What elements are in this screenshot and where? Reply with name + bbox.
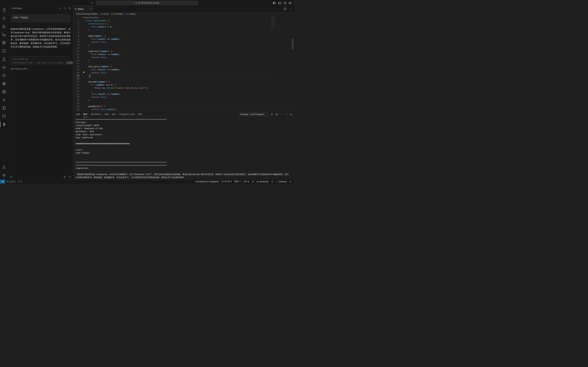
class-symbol-icon (112, 13, 113, 15)
code-line: throw new Error("Cannot divide by zero")… (86, 86, 294, 90)
output-line: ========================================… (76, 118, 291, 121)
language-mode[interactable]: {}JavaScript (256, 180, 269, 183)
customize-layout-icon[interactable] (289, 1, 292, 4)
remote-explorer-icon[interactable] (0, 47, 8, 55)
account-icon[interactable] (0, 163, 8, 171)
output-line (76, 145, 291, 148)
minimap[interactable]: class Calculator { constructor() { this.… (271, 17, 283, 39)
code-editor[interactable]: Explain | Docstring class Calculator { c… (73, 16, 294, 111)
continue-sidebar-icon[interactable] (0, 120, 8, 128)
source-control-icon[interactable] (0, 22, 8, 31)
docker-icon[interactable] (0, 63, 8, 71)
search-sidebar-icon[interactable] (0, 14, 8, 22)
user-message-text: 介绍一下你自己 (13, 16, 29, 19)
cursor-position[interactable]: 行 19, 列 4 (221, 180, 233, 183)
panel-tab[interactable]: 问题 (76, 111, 80, 117)
new-chat-plus-icon[interactable] (59, 7, 61, 10)
nav-back-icon[interactable] (91, 1, 94, 4)
sidebar-settings-gear-icon[interactable] (63, 175, 66, 178)
continue-status[interactable]: ✓Continue (275, 180, 288, 183)
line-number: 14 (73, 59, 79, 62)
tab-label: test.js (78, 8, 84, 10)
code-line: } (86, 28, 294, 32)
globe-icon[interactable] (0, 80, 8, 88)
breadcrumb-item[interactable]: JStest.js (101, 13, 109, 15)
toggle-secondary-sidebar-icon[interactable] (284, 1, 286, 4)
run-debug-icon[interactable] (0, 31, 8, 39)
model-selector[interactable]: Ollama DeepSeek-V2-16B (12, 62, 34, 64)
output-line: Settings: (76, 121, 291, 124)
panel-tab[interactable]: 调试控制台 (91, 111, 101, 117)
panel-tab[interactable]: 端口 (112, 111, 116, 117)
notifications-bell-icon[interactable] (288, 180, 293, 183)
breadcrumb-item[interactable]: manual-testing-sandbox (76, 13, 98, 15)
code-line: return this; (86, 96, 294, 99)
breadcrumb-item[interactable]: multiply (126, 13, 135, 15)
extensions-icon[interactable] (0, 39, 8, 47)
code-line: return this.result; (86, 108, 294, 111)
output-line: Completion: (76, 167, 291, 170)
panel-tab[interactable]: 终端 (104, 111, 109, 117)
status-green-dot (10, 176, 12, 178)
close-panel-icon[interactable] (290, 113, 292, 116)
maximize-panel-icon[interactable] (285, 113, 287, 116)
eol-status[interactable]: LF (251, 180, 255, 183)
package-settings-icon[interactable] (0, 88, 8, 96)
target-icon[interactable] (0, 71, 8, 80)
editor-tab-bar: JS test.js × (73, 6, 294, 12)
panel-tab[interactable]: PROMPT FLOW (120, 111, 135, 117)
history-icon[interactable] (68, 7, 71, 10)
testing-icon[interactable] (0, 55, 8, 63)
lightbulb-icon[interactable] (83, 71, 85, 74)
comments-icon[interactable] (0, 112, 8, 120)
output-channel-select[interactable]: Continue - LLM Prompt/Cc (239, 113, 268, 116)
output-content[interactable]: ========================================… (73, 117, 294, 179)
line-number: 16 (73, 65, 79, 68)
output-line: stop: User:,Assistant: (76, 133, 291, 136)
enter-button[interactable]: ⏎ Ente (66, 61, 73, 64)
problems-status[interactable]: 0 0 (5, 180, 16, 183)
toggle-primary-sidebar-icon[interactable] (273, 1, 276, 4)
azure-openai-status[interactable]: AzureOpenAI: Completion (194, 180, 220, 183)
code-line: } (86, 99, 294, 102)
panel-more-actions-icon[interactable] (280, 113, 283, 116)
indentation-status[interactable]: 空格: 2 (233, 180, 242, 183)
manage-gear-icon[interactable] (0, 171, 8, 179)
remote-indicator[interactable]: >< (0, 180, 5, 184)
split-editor-icon[interactable] (284, 8, 286, 10)
encoding-status[interactable]: UTF-8 (242, 180, 250, 183)
codelens-docstring[interactable]: Docstring (91, 17, 98, 18)
output-line: ========================================… (76, 161, 291, 164)
line-number: 19 (73, 74, 79, 77)
user-message-card[interactable]: 介绍一下你自己 (11, 14, 70, 22)
breadcrumb-item[interactable]: Calculator (112, 13, 123, 15)
clear-output-icon[interactable] (271, 113, 273, 116)
lock-scroll-icon[interactable] (276, 113, 278, 116)
output-line (76, 158, 291, 161)
notebook-icon[interactable] (0, 104, 8, 112)
toggle-panel-icon[interactable] (278, 1, 281, 4)
new-session-button[interactable]: New Session (⌘ L) (10, 68, 71, 70)
command-center-search[interactable]: [扩展开发宿主] vscode (96, 1, 198, 5)
ports-status[interactable]: 0 (17, 180, 23, 183)
feedback-icon[interactable] (270, 180, 274, 183)
tab-testjs[interactable]: JS test.js × (73, 6, 93, 12)
panel-tab[interactable]: 注释 (138, 111, 142, 117)
help-icon[interactable]: ? (68, 176, 71, 178)
editor-scrollbar[interactable] (292, 39, 294, 49)
expand-icon[interactable] (64, 7, 66, 9)
followup-input[interactable]: Ask a follow-up Ollama DeepSeek-V2-16B +… (10, 56, 71, 65)
editor-more-actions-icon[interactable] (289, 8, 292, 10)
code-line: this.result = 0; (86, 25, 294, 28)
add-context-button[interactable]: + Add Context (36, 62, 47, 64)
code-line (86, 102, 294, 105)
output-line: model: deepseek-v2:16b (76, 127, 291, 130)
panel-tab[interactable]: 输出 (83, 111, 87, 117)
line-number: 12 (73, 53, 79, 56)
tab-close-icon[interactable]: × (90, 8, 92, 10)
lightning-icon[interactable] (0, 96, 8, 104)
explorer-icon[interactable] (0, 6, 8, 14)
line-numbers: 1234567891011121314151617181920212223242… (73, 19, 79, 111)
codelens-explain[interactable]: Explain (83, 17, 89, 18)
use-codebase-hint[interactable]: ⌘ ⏎ Use codebase (49, 62, 64, 64)
